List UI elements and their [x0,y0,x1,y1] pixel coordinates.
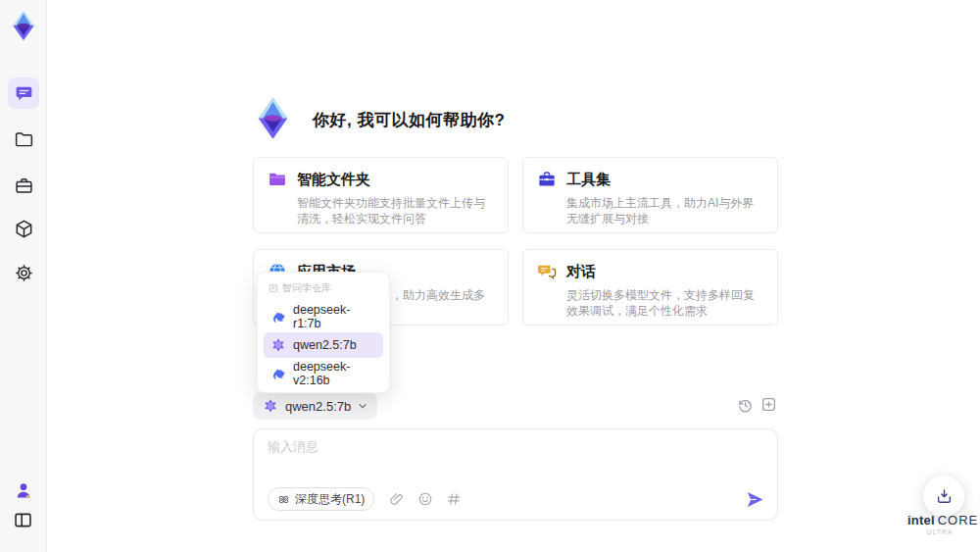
model-dropdown-header: 智问学仓库 [264,277,383,301]
greeting-logo-icon [250,95,296,141]
model-selector[interactable]: qwen2.5:7b [253,392,377,420]
card-description: 集成市场上主流工具，助力AI与外界无缝扩展与对接 [566,195,763,226]
qwen-icon [263,398,278,414]
model-option-label: deepseek-r1:7b [293,303,376,330]
intel-tier-text: ULTRA [907,528,972,535]
model-option-deepseek-r1[interactable]: deepseek-r1:7b [264,304,383,329]
message-input[interactable] [268,438,758,479]
sidebar-item-account[interactable] [13,479,34,501]
sidebar-item-chat[interactable] [8,77,39,109]
toolbox-filled-icon [537,170,557,189]
card-title: 对话 [566,263,596,281]
folder-filled-icon [268,170,287,189]
sidebar-item-files[interactable] [13,128,34,150]
qwen-icon [270,337,286,353]
card-description: 智能文件夹功能支持批量文件上传与清洗，轻松实现文件问答 [297,195,494,226]
composer-toolbar: 深度思考(R1) [268,487,765,511]
sidebar-item-settings[interactable] [13,262,34,283]
chevron-down-icon [358,401,368,411]
sidebar-item-tools[interactable] [13,175,34,196]
download-button[interactable] [923,476,964,517]
deep-think-toggle[interactable]: 深度思考(R1) [268,487,374,511]
card-dialogue[interactable]: 对话 灵活切换多模型文件，支持多样回复效果调试，满足个性化需求 [522,249,778,326]
card-description: 灵活切换多模型文件，支持多样回复效果调试，满足个性化需求 [566,287,763,319]
sidebar-item-collapse[interactable] [12,509,33,530]
cube-icon [14,219,34,239]
toolbox-icon [14,176,34,196]
chat-bubbles-icon [537,262,557,281]
card-smart-folder[interactable]: 智能文件夹 智能文件夹功能支持批量文件上传与清洗，轻松实现文件问答 [253,157,509,233]
deep-think-label: 深度思考(R1) [295,491,365,508]
folder-icon [14,129,34,150]
intel-logo-text: intel [907,513,935,527]
model-option-label: deepseek-v2:16b [293,360,376,387]
intel-core-badge: intelCORE ULTRA [907,513,972,535]
page-title: 你好, 我可以如何帮助你? [313,109,505,131]
message-composer: 深度思考(R1) [253,428,778,521]
atom-icon [277,493,290,506]
card-title: 工具集 [566,171,611,189]
send-icon[interactable] [745,489,765,510]
core-logo-text: CORE [938,513,979,527]
history-icon[interactable] [737,397,754,414]
card-title: 智能文件夹 [297,171,370,189]
panel-icon [13,510,33,530]
model-dropdown: 智问学仓库 deepseek-r1:7b qwen2.5:7b [257,272,390,393]
model-option-label: qwen2.5:7b [293,338,357,352]
app-window: 你好, 我可以如何帮助你? 智能文件夹 智能文件夹功能支持批量文件上传与清洗，轻… [0,0,980,552]
model-dropdown-header-label: 智问学仓库 [282,281,331,295]
gear-icon [14,263,34,283]
paperclip-icon[interactable] [389,491,405,507]
user-icon [14,480,33,500]
emoji-icon[interactable] [417,491,433,507]
new-chat-icon[interactable] [760,396,777,413]
app-logo-icon [7,9,40,42]
sidebar [0,0,47,552]
model-selector-value: qwen2.5:7b [285,399,351,414]
deepseek-icon [270,309,286,325]
download-icon [935,487,954,506]
deepseek-icon [270,366,286,381]
hash-icon[interactable] [446,491,462,507]
chat-icon [15,84,33,103]
library-icon [269,283,278,293]
model-option-deepseek-v2[interactable]: deepseek-v2:16b [264,361,383,386]
model-option-qwen[interactable]: qwen2.5:7b [264,332,383,358]
sidebar-item-models[interactable] [13,218,34,239]
card-toolset[interactable]: 工具集 集成市场上主流工具，助力AI与外界无缝扩展与对接 [522,157,778,233]
